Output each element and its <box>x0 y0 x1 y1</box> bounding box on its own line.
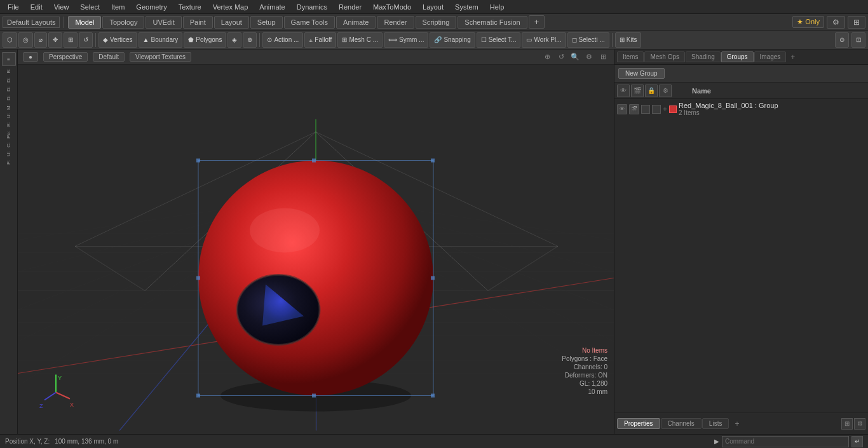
tab-mesh-ops[interactable]: Mesh Ops <box>644 51 685 62</box>
tool-global-btn2[interactable]: ⊡ <box>851 32 865 48</box>
tool-extra2[interactable]: ⊕ <box>243 32 257 48</box>
menu-dynamics[interactable]: Dynamics <box>292 2 332 12</box>
tool-polygons[interactable]: ⬟ Polygons <box>184 32 226 48</box>
vp-perspective[interactable]: Perspective <box>43 52 88 62</box>
tool-snapping[interactable]: 🔗 Snapping <box>430 32 475 48</box>
tool-ring[interactable]: ◎ <box>18 32 33 48</box>
tab-setup[interactable]: Setup <box>250 16 283 29</box>
gt-settings-btn[interactable]: ⚙ <box>659 85 672 97</box>
sidebar-toggle[interactable]: ≡ <box>2 52 16 66</box>
tool-work-pl[interactable]: ▭ Work Pl... <box>522 32 566 48</box>
tab-channels[interactable]: Channels <box>661 418 702 429</box>
menu-select[interactable]: Select <box>75 2 105 12</box>
tool-extra1[interactable]: ◈ <box>227 32 241 48</box>
group-render-btn[interactable]: 🎬 <box>629 104 639 114</box>
group-check-1[interactable] <box>641 105 650 114</box>
tab-topology[interactable]: Topology <box>102 16 144 29</box>
tab-schematic-fusion[interactable]: Schematic Fusion <box>458 16 527 29</box>
sidebar-label-d1[interactable]: D: <box>4 76 13 84</box>
viewport[interactable]: ● Perspective Default Viewport Textures … <box>18 50 614 434</box>
canvas-area[interactable]: Y X Z No Items Polygons : Face Channels:… <box>18 65 614 434</box>
menu-file[interactable]: File <box>3 2 24 12</box>
group-name[interactable]: Red_Magic_8_Ball_001 : Group <box>679 102 778 109</box>
layout-maximize-button[interactable]: ⊞ <box>848 16 865 29</box>
tool-selecti[interactable]: ◻ Selecti ... <box>567 32 609 48</box>
menu-vertex-map[interactable]: Vertex Map <box>208 2 254 12</box>
tool-falloff[interactable]: ⟁ Falloff <box>304 32 336 48</box>
tool-symm[interactable]: ⟺ Symm ... <box>384 32 428 48</box>
tab-uvedit[interactable]: UVEdit <box>146 16 181 29</box>
vp-icon-settings[interactable]: ⚙ <box>583 51 595 63</box>
tool-lasso[interactable]: ⌀ <box>34 32 47 48</box>
sidebar-label-po[interactable]: Po: <box>4 130 13 140</box>
vp-texture[interactable]: Viewport Textures <box>130 52 191 62</box>
sidebar-label-u[interactable]: U: <box>4 112 13 119</box>
tab-layout[interactable]: Layout <box>214 16 249 29</box>
vp-icon-zoom[interactable]: 🔍 <box>569 51 581 63</box>
tool-rotate[interactable]: ↺ <box>79 32 93 48</box>
layout-settings-button[interactable]: ⚙ <box>827 16 845 29</box>
menu-layout[interactable]: Layout <box>417 2 449 12</box>
expand-btn-1[interactable]: ⊞ <box>841 418 853 430</box>
tool-mesh[interactable]: ⊞ Mesh C ... <box>337 32 383 48</box>
group-check-2[interactable] <box>652 105 661 114</box>
tab-game-tools[interactable]: Game Tools <box>284 16 336 29</box>
tool-boundary[interactable]: ▲ Boundary <box>139 32 183 48</box>
tool-global-btn1[interactable]: ⊙ <box>835 32 849 48</box>
vp-default[interactable]: Default <box>93 52 125 62</box>
gt-lock-btn[interactable]: 🔒 <box>645 85 658 97</box>
sidebar-label-uv[interactable]: U: <box>4 150 13 158</box>
tab-model[interactable]: Model <box>68 16 101 29</box>
layout-plus-button[interactable]: + <box>529 15 545 29</box>
menu-view[interactable]: View <box>49 2 74 12</box>
sidebar-label-b[interactable]: B: <box>4 67 13 75</box>
sidebar-label-d2[interactable]: D: <box>4 85 13 93</box>
vp-icon-maximize[interactable]: ⊞ <box>597 51 609 63</box>
expand-btn-2[interactable]: ⚙ <box>854 418 865 430</box>
tool-dots[interactable]: ⬡ <box>3 32 17 48</box>
menu-texture[interactable]: Texture <box>173 2 207 12</box>
vp-icon-rotate[interactable]: ↺ <box>555 51 567 63</box>
menu-animate[interactable]: Animate <box>254 2 290 12</box>
menu-system[interactable]: System <box>450 2 484 12</box>
tool-select-t[interactable]: ☐ Select T... <box>477 32 521 48</box>
tool-kits[interactable]: ⊞ Kits <box>615 32 642 48</box>
tab-images[interactable]: Images <box>754 51 787 62</box>
vp-dot[interactable]: ● <box>23 52 38 62</box>
group-add-btn[interactable]: + <box>663 105 667 114</box>
sidebar-label-m[interactable]: M: <box>4 103 13 111</box>
command-send-btn[interactable]: ↵ <box>851 436 863 447</box>
tab-paint[interactable]: Paint <box>183 16 213 29</box>
tab-properties[interactable]: Properties <box>617 418 660 429</box>
tool-action[interactable]: ⊙ Action ... <box>262 32 303 48</box>
vp-icon-move[interactable]: ⊕ <box>541 51 553 63</box>
tab-lists[interactable]: Lists <box>702 418 729 429</box>
tab-plus[interactable]: + <box>787 51 799 63</box>
tool-vertices[interactable]: ◆ Vertices <box>98 32 137 48</box>
layout-dropdown[interactable]: Default Layouts <box>3 17 60 28</box>
tab-items[interactable]: Items <box>617 51 644 62</box>
properties-plus-btn[interactable]: + <box>729 418 744 430</box>
menu-render[interactable]: Render <box>334 2 367 12</box>
menu-help[interactable]: Help <box>485 2 510 12</box>
menu-maxtomodo[interactable]: MaxToModo <box>368 2 416 12</box>
gt-render-btn[interactable]: 🎬 <box>631 85 644 97</box>
sidebar-label-e[interactable]: E: <box>4 121 13 128</box>
gt-eye-btn[interactable]: 👁 <box>617 85 630 97</box>
star-only-button[interactable]: ★ Only <box>792 16 824 28</box>
sidebar-label-d3[interactable]: D: <box>4 94 13 102</box>
tab-groups[interactable]: Groups <box>721 51 754 62</box>
tab-animate[interactable]: Animate <box>336 16 376 29</box>
command-input[interactable] <box>722 436 849 447</box>
new-group-button[interactable]: New Group <box>618 68 665 79</box>
menu-geometry[interactable]: Geometry <box>131 2 172 12</box>
group-vis-btn[interactable]: 👁 <box>617 104 627 114</box>
tab-render[interactable]: Render <box>377 16 414 29</box>
tab-shading[interactable]: Shading <box>686 51 721 62</box>
tool-transform[interactable]: ✥ <box>48 32 62 48</box>
sidebar-label-c[interactable]: C: <box>4 141 13 149</box>
menu-item[interactable]: Item <box>106 2 130 12</box>
sidebar-label-f[interactable]: F: <box>4 159 13 166</box>
tab-scripting[interactable]: Scripting <box>416 16 457 29</box>
menu-edit[interactable]: Edit <box>25 2 48 12</box>
